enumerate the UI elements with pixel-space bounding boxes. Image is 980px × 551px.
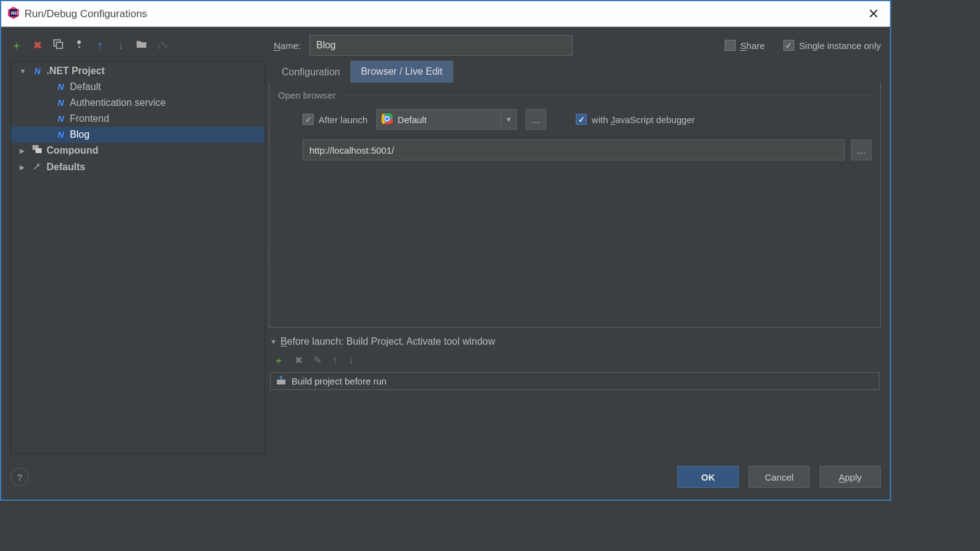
- tree-arrow-icon: ▶: [20, 163, 28, 171]
- dotnet-icon: N: [55, 113, 66, 124]
- add-config-icon[interactable]: ＋: [10, 38, 23, 53]
- after-launch-label: After launch: [318, 114, 368, 125]
- before-launch-item-label: Build project before run: [292, 376, 386, 386]
- bl-up-icon[interactable]: ↑: [333, 354, 337, 367]
- before-launch-header[interactable]: ▼ Before launch: Build Project, Activate…: [270, 336, 880, 347]
- build-icon: [276, 375, 287, 388]
- sort-icon[interactable]: ↓Az: [156, 40, 168, 50]
- url-input[interactable]: [303, 140, 845, 160]
- topbar: ＋ ✖ ↑ ↓ ↓Az Name: Share: [10, 33, 881, 58]
- dotnet-icon: N: [55, 97, 66, 108]
- single-instance-checkbox[interactable]: Single instance only: [783, 40, 881, 51]
- svg-rect-4: [56, 42, 62, 48]
- with-js-debugger-checkbox[interactable]: with JavaScript debugger: [576, 114, 695, 125]
- checkbox-icon: [783, 40, 794, 51]
- before-launch-list[interactable]: Build project before run: [270, 372, 880, 390]
- window-title: Run/Debug Configurations: [24, 8, 147, 20]
- checkbox-icon: [576, 114, 587, 125]
- bl-add-icon[interactable]: ＋: [274, 354, 284, 367]
- url-browse-button[interactable]: …: [851, 140, 872, 160]
- svg-text:RD: RD: [11, 10, 18, 16]
- tab[interactable]: Browser / Live Edit: [350, 61, 453, 83]
- browser-select[interactable]: Default ▼: [376, 109, 517, 130]
- move-up-icon[interactable]: ↑: [94, 39, 106, 52]
- chrome-icon: [382, 113, 393, 126]
- dotnet-icon: N: [55, 129, 66, 140]
- tree-item[interactable]: ▶Compound: [11, 143, 265, 159]
- dotnet-icon: N: [55, 81, 66, 92]
- tree-item-label: Blog: [70, 129, 89, 140]
- tree-item[interactable]: NBlog: [11, 127, 265, 143]
- tree-item[interactable]: NFrontend: [11, 111, 265, 127]
- browser-live-edit-panel: Open browser After launch Default: [269, 83, 881, 328]
- rider-logo-icon: RD: [7, 7, 20, 21]
- tree-item-label: Default: [70, 81, 101, 92]
- tree-item[interactable]: ▶Defaults: [11, 159, 265, 176]
- tree-item-label: Authentication service: [70, 97, 166, 108]
- chevron-down-icon: ▼: [500, 110, 516, 129]
- dotnet-icon: N: [32, 66, 43, 77]
- tree-item-label: .NET Project: [47, 66, 105, 77]
- apply-button[interactable]: Apply: [820, 466, 881, 488]
- tree-item-label: Defaults: [47, 162, 85, 173]
- checkbox-icon: [303, 114, 314, 125]
- svg-rect-6: [36, 148, 42, 153]
- move-down-icon[interactable]: ↓: [115, 39, 127, 52]
- copy-config-icon[interactable]: [52, 39, 64, 53]
- name-label: Name:: [274, 40, 303, 51]
- chevron-down-icon: ▼: [270, 338, 277, 345]
- browser-select-value: Default: [398, 114, 496, 125]
- run-debug-configurations-dialog: RD Run/Debug Configurations ✕ ＋ ✖ ↑ ↓: [0, 0, 891, 501]
- tree-item[interactable]: ▼N.NET Project: [11, 63, 265, 79]
- with-js-debugger-label: with JavaScript debugger: [592, 114, 695, 125]
- help-button[interactable]: ?: [10, 468, 29, 486]
- ok-button[interactable]: OK: [677, 466, 739, 488]
- browser-browse-button[interactable]: …: [526, 109, 546, 130]
- divider: [342, 95, 872, 96]
- wrench-icon: [32, 161, 43, 173]
- bl-down-icon[interactable]: ↓: [349, 354, 353, 367]
- share-checkbox[interactable]: Share: [725, 40, 765, 51]
- compound-icon: [32, 145, 43, 156]
- tree-item[interactable]: NDefault: [11, 79, 265, 95]
- titlebar: RD Run/Debug Configurations ✕: [1, 1, 890, 27]
- svg-point-11: [385, 116, 390, 121]
- before-launch-item[interactable]: Build project before run: [271, 373, 879, 389]
- svg-rect-12: [277, 380, 285, 384]
- bl-remove-icon[interactable]: ✖: [295, 354, 303, 367]
- close-button[interactable]: ✕: [863, 6, 884, 22]
- tab[interactable]: Configuration: [271, 61, 350, 83]
- before-launch-section: ▼ Before launch: Build Project, Activate…: [269, 336, 881, 390]
- checkbox-icon: [725, 40, 736, 51]
- cancel-button[interactable]: Cancel: [748, 466, 810, 488]
- share-label: Share: [741, 40, 765, 51]
- tree-arrow-icon: ▼: [20, 67, 28, 75]
- tabbar: ConfigurationBrowser / Live Edit: [269, 61, 881, 83]
- after-launch-checkbox[interactable]: After launch: [303, 114, 368, 125]
- tree-arrow-icon: ▶: [20, 147, 28, 155]
- settings-icon[interactable]: [73, 39, 85, 53]
- config-tree[interactable]: ▼N.NET ProjectNDefaultNAuthentication se…: [10, 61, 265, 454]
- single-instance-label: Single instance only: [799, 40, 881, 51]
- name-input[interactable]: [309, 35, 573, 56]
- tree-item-label: Frontend: [70, 113, 109, 124]
- open-browser-group-label: Open browser: [278, 90, 336, 100]
- before-launch-label: Before launch: Build Project, Activate t…: [281, 336, 495, 347]
- remove-config-icon[interactable]: ✖: [31, 39, 43, 52]
- folder-icon[interactable]: [135, 39, 148, 52]
- tree-item-label: Compound: [47, 145, 98, 156]
- bl-edit-icon[interactable]: ✎: [314, 354, 322, 367]
- tree-item[interactable]: NAuthentication service: [11, 95, 265, 111]
